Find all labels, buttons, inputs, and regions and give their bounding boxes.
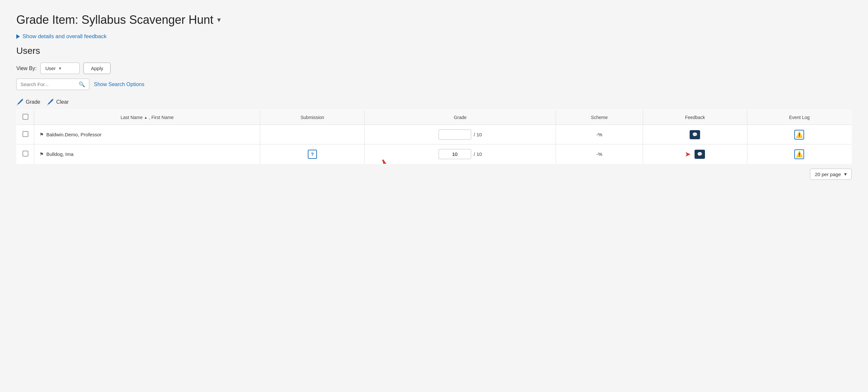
row2-eventlog-cell: ⚠️ (747, 145, 851, 164)
row2-name: Bulldog, Ima (46, 151, 73, 157)
col-header-checkbox (17, 110, 34, 125)
row2-event-log-icon[interactable]: ⚠️ (794, 149, 804, 159)
col-header-eventlog: Event Log (747, 110, 851, 125)
page-title-dropdown[interactable]: ▾ (217, 16, 221, 24)
row2-submission-icon[interactable]: ? (308, 150, 317, 159)
row2-scheme-cell: -% (556, 145, 643, 164)
row1-checkbox-cell (17, 125, 34, 145)
search-box: 🔍 (16, 79, 89, 90)
view-by-dropdown-arrow: ▾ (59, 66, 61, 71)
row1-grade-input[interactable] (439, 129, 471, 140)
row1-scheme-cell: -% (556, 125, 643, 145)
col-header-submission: Submission (260, 110, 365, 125)
row1-feedback-chat-icon[interactable]: 💬 (690, 130, 700, 139)
per-page-label: 20 per page (815, 172, 841, 177)
table-container: Last Name ▲ , First Name Submission Grad… (16, 110, 852, 164)
row2-checkbox[interactable] (23, 151, 28, 156)
row2-name-cell: ⚑ Bulldog, Ima (34, 145, 260, 164)
users-section-title: Users (16, 46, 852, 56)
show-search-options-link[interactable]: Show Search Options (94, 82, 145, 87)
grade-icon: 🖊️ (16, 98, 24, 105)
apply-button[interactable]: Apply (84, 63, 111, 74)
table-row: ⚑ Baldwin.Demo, Professor / 10 -% 💬 (17, 125, 852, 145)
search-icon: 🔍 (79, 81, 85, 87)
grades-table: Last Name ▲ , First Name Submission Grad… (16, 110, 852, 164)
pagination-row: 20 per page ▾ (16, 169, 852, 180)
clear-icon: 🖊️ (46, 98, 54, 105)
col-header-grade: Grade (365, 110, 556, 125)
row1-checkbox[interactable] (23, 131, 28, 137)
view-by-label: View By: (16, 65, 36, 71)
red-arrow-annotation (379, 157, 409, 164)
col-header-scheme: Scheme (556, 110, 643, 125)
row1-name: Baldwin.Demo, Professor (46, 132, 101, 137)
row1-out-of: / 10 (474, 132, 482, 137)
row1-flag-icon: ⚑ (39, 132, 44, 138)
search-input[interactable] (21, 82, 76, 87)
row2-checkbox-cell (17, 145, 34, 164)
search-row: 🔍 Show Search Options (16, 79, 852, 90)
row2-out-of: / 10 (474, 151, 482, 157)
row1-feedback-cell: 💬 (643, 125, 747, 145)
row1-event-log-icon[interactable]: ⚠️ (794, 130, 804, 140)
controls-row: View By: User ▾ Apply (16, 63, 852, 74)
row1-name-cell: ⚑ Baldwin.Demo, Professor (34, 125, 260, 145)
sort-arrow-name[interactable]: ▲ (144, 116, 148, 119)
clear-action-label: Clear (56, 99, 68, 105)
per-page-select[interactable]: 20 per page ▾ (810, 169, 852, 180)
row2-feedback-chat-icon[interactable]: 💬 (694, 150, 705, 159)
row2-red-arrow-icon: ➤ (685, 150, 691, 158)
page-title: Grade Item: Syllabus Scavenger Hunt ▾ (16, 13, 852, 27)
table-row: ⚑ Bulldog, Ima ? / 10 (17, 145, 852, 164)
row1-submission-cell (260, 125, 365, 145)
view-by-value: User (45, 65, 56, 71)
row1-eventlog-cell: ⚠️ (747, 125, 851, 145)
row2-grade-input[interactable] (439, 149, 471, 159)
show-details-link[interactable]: Show details and overall feedback (16, 33, 852, 40)
grade-action[interactable]: 🖊️ Grade (16, 98, 40, 105)
view-by-select[interactable]: User ▾ (40, 63, 80, 74)
row2-feedback-cell: ➤ 💬 (643, 145, 747, 164)
row1-grade-cell: / 10 (365, 125, 556, 145)
per-page-dropdown-arrow: ▾ (844, 171, 847, 177)
play-icon (16, 34, 20, 39)
row2-flag-icon: ⚑ (39, 151, 44, 157)
clear-action[interactable]: 🖊️ Clear (46, 98, 68, 105)
row2-grade-cell: / 10 (365, 145, 556, 164)
col-header-feedback: Feedback (643, 110, 747, 125)
col-header-name: Last Name ▲ , First Name (34, 110, 260, 125)
grade-action-label: Grade (26, 99, 40, 105)
actions-row: 🖊️ Grade 🖊️ Clear (16, 98, 852, 105)
row2-submission-cell: ? (260, 145, 365, 164)
select-all-checkbox[interactable] (23, 114, 28, 120)
